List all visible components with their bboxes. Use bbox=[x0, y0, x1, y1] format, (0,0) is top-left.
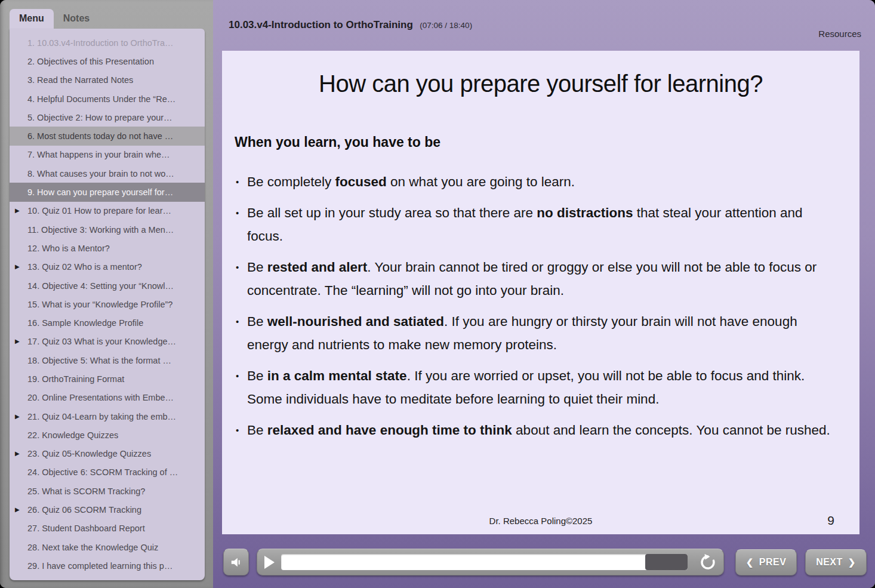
menu-item-label: 6. Most students today do not have … bbox=[27, 131, 173, 141]
menu-item[interactable]: ▶ 10. Quiz 01 How to prepare for lear… bbox=[10, 202, 205, 220]
menu-item-label: 8. What causes your brain to not wo… bbox=[27, 169, 174, 178]
expand-arrow-icon[interactable]: ▶ bbox=[15, 208, 20, 214]
player-header: 10.03.v4-Introduction to OrthoTraining (… bbox=[213, 0, 875, 53]
menu-item[interactable]: ▶ 24. Objective 6: SCORM Tracking of … bbox=[10, 463, 205, 482]
main-area: 10.03.v4-Introduction to OrthoTraining (… bbox=[213, 0, 875, 588]
menu-item[interactable]: ▶ 4. Helpful Documents Under the “Re… bbox=[10, 90, 205, 108]
expand-arrow-icon[interactable]: ▶ bbox=[15, 451, 20, 457]
slide-subtitle: When you learn, you have to be bbox=[235, 134, 859, 150]
expand-arrow-icon[interactable]: ▶ bbox=[15, 264, 20, 270]
menu-item-label: 22. Knowledge Quizzes bbox=[27, 430, 118, 440]
menu-item-label: 10. Quiz 01 How to prepare for lear… bbox=[27, 206, 171, 216]
prev-button[interactable]: ❮ PREV bbox=[735, 549, 797, 575]
bullet-dot-icon: • bbox=[236, 310, 239, 333]
menu-item[interactable]: ▶ 9. How can you prepare yourself for… bbox=[10, 183, 205, 201]
menu-item-label: 20. Online Presentations with Embe… bbox=[27, 393, 174, 402]
menu-item[interactable]: ▶ 29. I have completed learning this p… bbox=[10, 556, 205, 575]
seek-bar-container bbox=[257, 549, 724, 575]
menu-item[interactable]: ▶ 19. OrthoTraining Format bbox=[10, 370, 205, 388]
menu-item-label: 13. Quiz 02 Who is a mentor? bbox=[27, 262, 142, 272]
slide-title: How can you prepare yourself for learnin… bbox=[222, 70, 859, 97]
playback-bar: ❮ PREV NEXT ❯ bbox=[213, 534, 875, 588]
menu-item-label: 12. Who is a Mentor? bbox=[27, 244, 110, 253]
menu-item[interactable]: ▶ 16. Sample Knowledge Profile bbox=[10, 313, 205, 332]
bullet-dot-icon: • bbox=[236, 255, 239, 279]
menu-item[interactable]: ▶ 3. Read the Narrated Notes bbox=[10, 71, 205, 90]
tab-notes[interactable]: Notes bbox=[54, 9, 99, 29]
menu-item-label: 2. Objectives of this Presentation bbox=[27, 57, 154, 66]
menu-item-label: 3. Read the Narrated Notes bbox=[27, 75, 133, 85]
menu-item-label: 5. Objective 2: How to prepare your… bbox=[27, 113, 172, 122]
menu-item-label: 27. Student Dashboard Report bbox=[27, 524, 145, 533]
menu-item[interactable]: ▶ 2. Objectives of this Presentation bbox=[10, 52, 205, 70]
replay-button[interactable] bbox=[695, 549, 721, 575]
menu-item[interactable]: ▶ 27. Student Dashboard Report bbox=[10, 519, 205, 538]
menu-item-label: 19. OrthoTraining Format bbox=[27, 374, 124, 384]
menu-item[interactable]: ▶ 22. Knowledge Quizzes bbox=[10, 426, 205, 444]
menu-item[interactable]: ▶ 14. Objective 4: Setting your “Knowl… bbox=[10, 276, 205, 295]
bullet-dot-icon: • bbox=[236, 201, 239, 224]
menu-item-label: 21. Quiz 04-Learn by taking the emb… bbox=[27, 412, 176, 421]
course-elapsed-time: (07:06 / 18:40) bbox=[420, 21, 472, 30]
course-player-window: Menu Notes ▶ 1. 10.03.v4-Introduction to… bbox=[0, 0, 875, 588]
menu-item[interactable]: ▶ 6. Most students today do not have … bbox=[10, 127, 205, 145]
menu-item[interactable]: ▶ 7. What happens in your brain whe… bbox=[10, 146, 205, 164]
menu-item[interactable]: ▶ 8. What causes your brain to not wo… bbox=[10, 164, 205, 183]
play-button[interactable] bbox=[257, 549, 281, 575]
menu-item[interactable]: ▶ 5. Objective 2: How to prepare your… bbox=[10, 108, 205, 127]
prev-button-label: PREV bbox=[759, 557, 787, 568]
seek-track[interactable] bbox=[281, 554, 688, 570]
menu-item[interactable]: ▶ 13. Quiz 02 Who is a mentor? bbox=[10, 258, 205, 276]
replay-icon bbox=[699, 553, 717, 571]
menu-item-label: 17. Quiz 03 What is your Knowledge… bbox=[27, 337, 176, 346]
menu-item-label: 9. How can you prepare yourself for… bbox=[27, 187, 173, 197]
menu-item[interactable]: ▶ 26. Quiz 06 SCORM Tracking bbox=[10, 500, 205, 519]
menu-item-label: 24. Objective 6: SCORM Tracking of … bbox=[27, 467, 178, 477]
expand-arrow-icon[interactable]: ▶ bbox=[15, 414, 20, 420]
chevron-right-icon: ❯ bbox=[848, 557, 856, 568]
menu-item[interactable]: ▶ 20. Online Presentations with Embe… bbox=[10, 389, 205, 407]
slide-bullet: •Be well-nourished and satiated. If you … bbox=[247, 310, 838, 356]
expand-arrow-icon[interactable]: ▶ bbox=[15, 338, 20, 344]
menu-item[interactable]: ▶ 1. 10.03.v4-Introduction to OrthoTra… bbox=[10, 33, 205, 52]
seek-thumb[interactable] bbox=[645, 554, 688, 570]
menu-item-label: 28. Next take the Knowledge Quiz bbox=[27, 543, 158, 552]
menu-item[interactable]: ▶ 15. What is your “Knowledge Profile”? bbox=[10, 295, 205, 313]
bullet-list: •Be completely focused on what you are g… bbox=[247, 170, 838, 442]
menu-list: ▶ 1. 10.03.v4-Introduction to OrthoTra… … bbox=[10, 29, 205, 580]
bullet-dot-icon: • bbox=[236, 170, 239, 193]
sidebar-tabbar: Menu Notes bbox=[0, 0, 213, 29]
course-title: 10.03.v4-Introduction to OrthoTraining bbox=[229, 19, 413, 30]
slide-bullet: •Be relaxed and have enough time to thin… bbox=[247, 418, 838, 442]
expand-arrow-icon[interactable]: ▶ bbox=[15, 507, 20, 513]
menu-item-label: 1. 10.03.v4-Introduction to OrthoTra… bbox=[27, 38, 173, 48]
play-icon bbox=[263, 555, 275, 569]
slide-bullet: •Be in a calm mental state. If you are w… bbox=[247, 364, 838, 411]
menu-item-label: 16. Sample Knowledge Profile bbox=[27, 318, 143, 328]
tab-menu[interactable]: Menu bbox=[10, 9, 54, 29]
menu-item-label: 25. What is SCORM Tracking? bbox=[27, 487, 145, 496]
speaker-icon bbox=[230, 556, 243, 569]
menu-item-label: 23. Quiz 05-Knowledge Quizzes bbox=[27, 449, 151, 458]
menu-item[interactable]: ▶ 21. Quiz 04-Learn by taking the emb… bbox=[10, 407, 205, 426]
menu-item[interactable]: ▶ 18. Objective 5: What is the format … bbox=[10, 351, 205, 370]
slide-bullet: •Be completely focused on what you are g… bbox=[247, 170, 838, 193]
menu-item-label: 7. What happens in your brain whe… bbox=[27, 150, 170, 159]
chevron-left-icon: ❮ bbox=[746, 557, 754, 568]
resources-link[interactable]: Resources bbox=[818, 29, 861, 39]
bullet-dot-icon: • bbox=[236, 418, 239, 442]
menu-item-label: 18. Objective 5: What is the format … bbox=[27, 356, 171, 365]
menu-item-label: 14. Objective 4: Setting your “Knowl… bbox=[27, 281, 174, 291]
menu-item[interactable]: ▶ 28. Next take the Knowledge Quiz bbox=[10, 538, 205, 556]
volume-button[interactable] bbox=[223, 549, 249, 575]
next-button-label: NEXT bbox=[816, 557, 843, 568]
menu-item[interactable]: ▶ 12. Who is a Mentor? bbox=[10, 239, 205, 257]
slide-canvas: How can you prepare yourself for learnin… bbox=[222, 51, 859, 534]
menu-item[interactable]: ▶ 23. Quiz 05-Knowledge Quizzes bbox=[10, 445, 205, 463]
menu-item[interactable]: ▶ 17. Quiz 03 What is your Knowledge… bbox=[10, 333, 205, 351]
menu-item[interactable]: ▶ 11. Objective 3: Working with a Men… bbox=[10, 220, 205, 239]
menu-item[interactable]: ▶ 25. What is SCORM Tracking? bbox=[10, 482, 205, 500]
menu-item-label: 29. I have completed learning this p… bbox=[27, 561, 172, 571]
next-button[interactable]: NEXT ❯ bbox=[805, 549, 867, 575]
slide-footer-author: Dr. Rebecca Poling©2025 bbox=[222, 516, 859, 526]
